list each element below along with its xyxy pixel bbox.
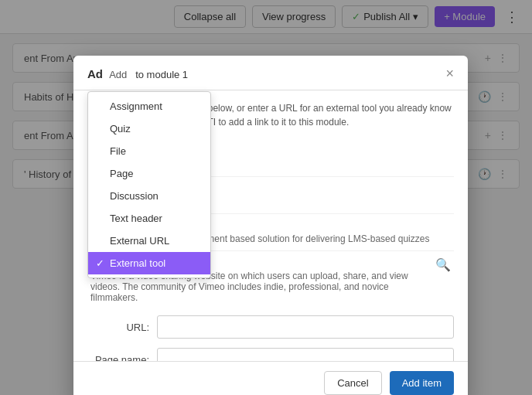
dropdown-quiz[interactable]: Quiz [88, 117, 210, 140]
dropdown-file[interactable]: File [88, 140, 210, 162]
modal-close-button[interactable]: × [445, 66, 454, 80]
item-type-dropdown: Assignment Quiz File Page Discussion Tex… [87, 91, 211, 278]
url-field-row: URL: [87, 315, 454, 339]
add-item-modal: Ad Add to module 1 × 🔗 Select a tool fro… [73, 56, 468, 395]
add-item-button[interactable]: Add item [390, 371, 454, 395]
url-input[interactable] [157, 315, 454, 339]
modal-footer: Cancel Add item [73, 361, 468, 395]
dropdown-text-header[interactable]: Text header [88, 207, 210, 230]
dropdown-assignment[interactable]: Assignment [88, 95, 210, 117]
dropdown-page[interactable]: Page [88, 162, 210, 185]
page-name-field-row: Page name: [87, 348, 454, 361]
url-label: URL: [87, 322, 149, 333]
dropdown-external-tool[interactable]: External tool [88, 252, 210, 274]
modal-title: Ad Add to module 1 [87, 67, 188, 80]
modal-header: Ad Add to module 1 × [73, 56, 468, 90]
page-name-input[interactable] [157, 348, 454, 361]
page-name-label: Page name: [87, 354, 149, 362]
dropdown-discussion[interactable]: Discussion [88, 185, 210, 207]
cancel-button[interactable]: Cancel [324, 371, 381, 395]
vimeo-search-icon[interactable]: 🔍 [435, 257, 451, 272]
dropdown-external-url[interactable]: External URL [88, 230, 210, 252]
